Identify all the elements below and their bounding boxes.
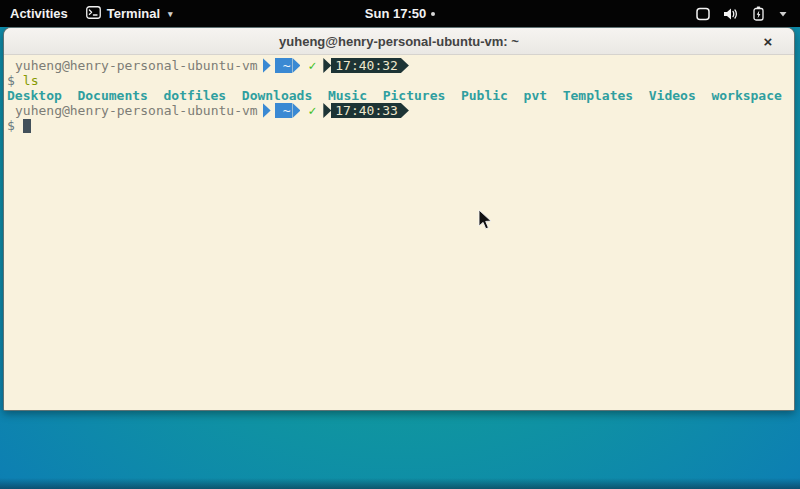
chevron-down-icon	[778, 10, 788, 18]
powerline-arrow-icon	[263, 58, 271, 73]
prompt-symbol: $	[7, 73, 15, 88]
command-text: ls	[23, 73, 39, 88]
powerline-arrow-icon	[401, 103, 409, 118]
powerline-arrow-icon	[292, 103, 300, 118]
mouse-pointer-icon	[478, 209, 492, 230]
powerline-arrow-icon	[323, 103, 331, 118]
clock-label: Sun 17:50	[365, 6, 426, 21]
activities-button[interactable]: Activities	[10, 6, 68, 21]
directory-list: Desktop Documents dotfiles Downloads Mus…	[7, 88, 782, 103]
powerline-segments: ~ ✓ 17:40:33	[263, 103, 409, 118]
screen-icon	[696, 7, 710, 21]
system-status-area[interactable]	[696, 0, 792, 27]
prompt-line-2: yuheng@henry-personal-ubuntu-vm ~ ✓ 17:4…	[7, 103, 794, 118]
app-menu-terminal[interactable]: Terminal ▾	[86, 6, 173, 22]
desktop: { "top_bar": { "activities_label": "Acti…	[0, 0, 800, 489]
terminal-screen[interactable]: yuheng@henry-personal-ubuntu-vm ~ ✓ 17:4…	[4, 55, 794, 411]
app-menu-label: Terminal	[107, 6, 160, 21]
powerline-arrow-icon	[292, 58, 300, 73]
prompt-timestamp: 17:40:33	[331, 103, 401, 118]
chevron-down-icon: ▾	[168, 9, 173, 19]
prompt-path-segment: ~	[275, 58, 293, 73]
ls-output-line: Desktop Documents dotfiles Downloads Mus…	[7, 88, 794, 103]
prompt-user: yuheng@henry-personal-ubuntu-vm	[15, 58, 258, 73]
volume-icon	[723, 7, 739, 21]
command-line: $ ls	[7, 73, 794, 88]
powerline-arrow-icon	[323, 58, 331, 73]
powerline-arrow-icon	[263, 103, 271, 118]
window-title: yuheng@henry-personal-ubuntu-vm: ~	[279, 34, 519, 49]
status-check-icon: ✓	[300, 58, 323, 73]
powerline-arrow-icon	[401, 58, 409, 73]
battery-charging-icon	[752, 6, 765, 21]
terminal-window: yuheng@henry-personal-ubuntu-vm: ~ × yuh…	[3, 27, 795, 411]
clock-button[interactable]: Sun 17:50	[345, 6, 455, 21]
terminal-cursor	[23, 119, 31, 133]
terminal-icon	[86, 6, 101, 22]
prompt-symbol: $	[7, 118, 15, 133]
input-line: $	[7, 118, 794, 133]
notification-dot-icon	[431, 12, 435, 16]
prompt-path-segment: ~	[275, 103, 293, 118]
prompt-timestamp: 17:40:32	[331, 58, 401, 73]
status-check-icon: ✓	[300, 103, 323, 118]
powerline-segments: ~ ✓ 17:40:32	[263, 58, 409, 73]
prompt-line-1: yuheng@henry-personal-ubuntu-vm ~ ✓ 17:4…	[7, 58, 794, 73]
window-titlebar[interactable]: yuheng@henry-personal-ubuntu-vm: ~ ×	[4, 28, 794, 55]
top-bar: Activities Terminal ▾ Sun 17:50	[0, 0, 800, 27]
close-button[interactable]: ×	[758, 28, 778, 55]
prompt-user: yuheng@henry-personal-ubuntu-vm	[15, 103, 258, 118]
